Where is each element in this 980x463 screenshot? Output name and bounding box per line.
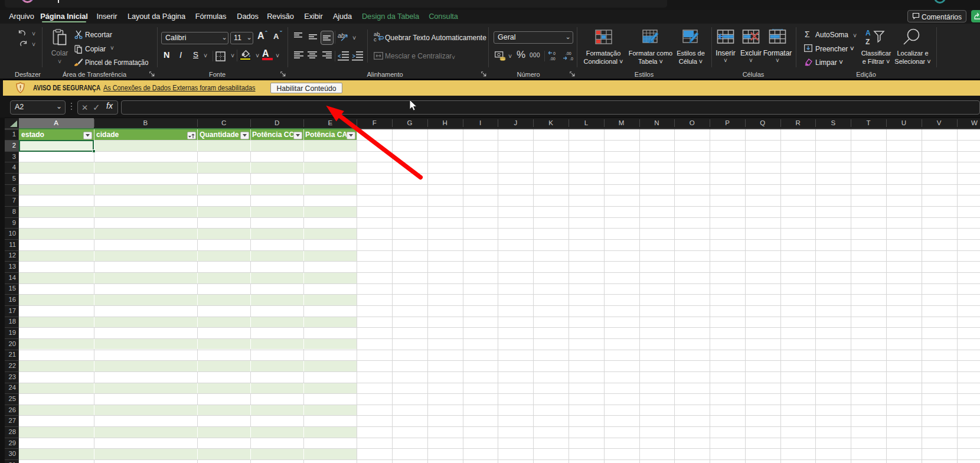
svg-text:A: A xyxy=(865,29,871,37)
svg-text:Z: Z xyxy=(865,38,870,45)
